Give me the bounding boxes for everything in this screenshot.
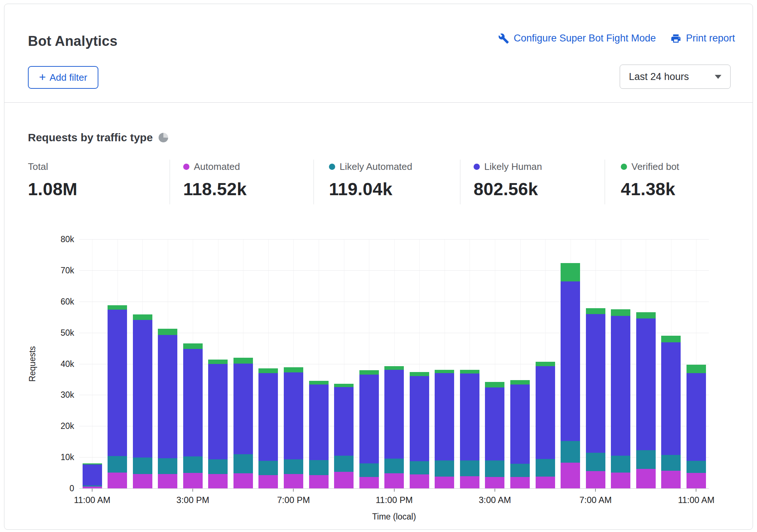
- bar[interactable]: [108, 239, 127, 488]
- x-tick-mark: [394, 489, 395, 492]
- bar-segment-likely-human: [485, 387, 504, 460]
- bar-segment-likely-automated: [208, 459, 228, 474]
- requests-by-traffic-type-chart: 010k20k30k40k50k60k70k80k11:00 AM3:00 PM…: [4, 4, 753, 529]
- bar-segment-automated: [485, 477, 504, 488]
- x-tick-mark: [696, 489, 696, 492]
- bar[interactable]: [586, 239, 605, 488]
- bar-segment-verified-bot: [636, 312, 656, 318]
- x-tick-label: 3:00 AM: [479, 495, 511, 505]
- bar-segment-verified-bot: [485, 382, 504, 387]
- bar-segment-automated: [284, 474, 303, 488]
- y-tick-label: 30k: [41, 390, 74, 400]
- bar-segment-likely-human: [410, 376, 429, 461]
- bar-segment-likely-automated: [334, 456, 354, 472]
- bar-segment-likely-human: [687, 373, 706, 461]
- bar-segment-automated: [133, 474, 152, 488]
- bar-segment-likely-human: [258, 373, 278, 461]
- bar-segment-verified-bot: [561, 263, 580, 281]
- bar-segment-likely-automated: [108, 456, 127, 473]
- bar-segment-likely-human: [284, 372, 303, 459]
- bar-segment-verified-bot: [284, 367, 303, 372]
- bar-segment-verified-bot: [108, 305, 127, 310]
- bar-segment-likely-human: [561, 281, 580, 441]
- bar-segment-verified-bot: [158, 329, 177, 335]
- bar[interactable]: [284, 239, 303, 488]
- bar[interactable]: [83, 239, 102, 488]
- bar-segment-verified-bot: [208, 360, 228, 364]
- bar[interactable]: [410, 239, 429, 488]
- bar-segment-verified-bot: [233, 358, 253, 364]
- bar-segment-likely-human: [183, 349, 203, 457]
- bar-segment-automated: [158, 474, 177, 488]
- bar-segment-likely-human: [510, 385, 530, 464]
- bar-segment-automated: [636, 469, 656, 488]
- y-tick-label: 0: [41, 484, 74, 493]
- bar-segment-likely-human: [83, 464, 102, 485]
- bar-segment-likely-automated: [435, 460, 454, 476]
- bar-segment-likely-automated: [83, 485, 102, 487]
- bar-segment-automated: [384, 473, 404, 488]
- bar[interactable]: [133, 239, 152, 488]
- bar-segment-likely-human: [636, 318, 656, 451]
- y-tick-label: 20k: [41, 421, 74, 431]
- bar[interactable]: [435, 239, 454, 488]
- bar-segment-automated: [460, 476, 479, 488]
- bar-segment-automated: [435, 477, 454, 488]
- bar-segment-likely-automated: [636, 450, 656, 469]
- bar[interactable]: [460, 239, 479, 488]
- bar[interactable]: [561, 239, 580, 488]
- bar-segment-verified-bot: [133, 314, 152, 320]
- x-tick-mark: [293, 489, 294, 492]
- bar-segment-automated: [183, 473, 203, 488]
- bar[interactable]: [233, 239, 253, 488]
- bar-segment-likely-automated: [258, 461, 278, 475]
- bar[interactable]: [384, 239, 404, 488]
- bot-analytics-card: Bot Analytics Configure Super Bot Fight …: [4, 4, 753, 530]
- bar[interactable]: [334, 239, 354, 488]
- bar-segment-likely-human: [133, 320, 152, 458]
- bar[interactable]: [258, 239, 278, 488]
- bar[interactable]: [158, 239, 177, 488]
- bar[interactable]: [183, 239, 203, 488]
- bar[interactable]: [611, 239, 630, 488]
- bar[interactable]: [661, 239, 681, 488]
- bar-segment-likely-human: [536, 366, 555, 459]
- bar[interactable]: [636, 239, 656, 488]
- bar-segment-likely-human: [611, 316, 630, 456]
- x-tick-label: 3:00 PM: [177, 495, 209, 505]
- bar-segment-likely-automated: [158, 458, 177, 474]
- bar-segment-automated: [359, 477, 379, 488]
- bar-segment-automated: [586, 471, 605, 488]
- bar-segment-verified-bot: [384, 366, 404, 370]
- bar-segment-likely-automated: [410, 461, 429, 474]
- bar-segment-verified-bot: [309, 381, 329, 385]
- bar-segment-likely-automated: [510, 464, 530, 477]
- bar[interactable]: [208, 239, 228, 488]
- bar[interactable]: [309, 239, 329, 488]
- bar-segment-likely-automated: [233, 454, 253, 474]
- x-tick-label: 11:00 PM: [376, 495, 413, 505]
- bar-segment-verified-bot: [661, 336, 681, 342]
- bar-segment-automated: [687, 473, 706, 488]
- bar-segment-likely-human: [233, 364, 253, 454]
- bar-segment-verified-bot: [83, 463, 102, 464]
- bar-segment-verified-bot: [536, 362, 555, 366]
- bar-segment-likely-automated: [460, 460, 479, 476]
- bar-segment-likely-human: [208, 364, 228, 460]
- bar[interactable]: [536, 239, 555, 488]
- y-tick-label: 70k: [41, 266, 74, 276]
- bar[interactable]: [510, 239, 530, 488]
- bar-segment-verified-bot: [359, 370, 379, 375]
- bar-segment-likely-automated: [485, 460, 504, 477]
- bar-segment-verified-bot: [687, 365, 706, 373]
- bar[interactable]: [359, 239, 379, 488]
- bar-segment-automated: [410, 474, 429, 488]
- bar[interactable]: [687, 239, 706, 488]
- bar-segment-verified-bot: [258, 368, 278, 373]
- bar-segment-likely-automated: [586, 453, 605, 471]
- bar-segment-likely-automated: [536, 459, 555, 477]
- bar-segment-automated: [258, 475, 278, 488]
- bar-segment-verified-bot: [460, 370, 479, 374]
- bar[interactable]: [485, 239, 504, 488]
- bar-segment-automated: [108, 473, 127, 488]
